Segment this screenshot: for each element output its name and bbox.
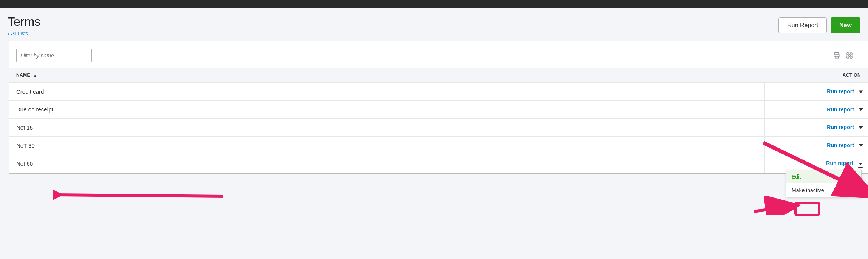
annotation-arrow-icon: [53, 189, 227, 204]
term-name: Net 60: [9, 154, 764, 174]
svg-line-6: [754, 206, 795, 211]
header-actions: Run Report New: [778, 15, 860, 33]
filter-by-name-input[interactable]: [16, 49, 92, 62]
table-row[interactable]: Credit card Run report: [9, 83, 868, 101]
chevron-left-icon: ‹: [8, 31, 9, 36]
svg-point-3: [849, 55, 851, 57]
annotation-highlight-box: [794, 202, 820, 216]
page-title: Terms: [8, 15, 40, 28]
term-name: Credit card: [9, 83, 764, 101]
run-report-link[interactable]: Run report: [827, 106, 854, 113]
breadcrumb: ‹ All Lists: [8, 31, 40, 36]
run-report-link[interactable]: Run report: [826, 160, 853, 166]
svg-rect-2: [835, 56, 838, 58]
filter-row: [9, 49, 868, 68]
annotation-arrow-icon: [752, 196, 801, 215]
action-dropdown-toggle[interactable]: [859, 106, 863, 113]
run-report-link[interactable]: Run report: [827, 88, 854, 94]
column-header-name-label: NAME: [16, 72, 30, 78]
term-name: NeT 30: [9, 136, 764, 154]
action-dropdown-toggle[interactable]: [859, 125, 863, 131]
sort-ascending-icon: ▲: [33, 73, 37, 77]
run-report-button[interactable]: Run Report: [778, 17, 827, 33]
action-dropdown-toggle[interactable]: [859, 89, 863, 95]
table-header-row: NAME ▲ ACTION: [9, 68, 868, 83]
svg-line-4: [57, 195, 223, 196]
column-header-action: ACTION: [764, 68, 868, 83]
term-name: Due on receipt: [9, 100, 764, 119]
new-button[interactable]: New: [831, 17, 860, 33]
dropdown-item-edit[interactable]: Edit: [786, 170, 861, 183]
run-report-link[interactable]: Run report: [827, 142, 854, 148]
header-left: Terms ‹ All Lists: [8, 15, 40, 36]
term-name: Net 15: [9, 119, 764, 137]
table-row[interactable]: Net 60 Run report Edit Make inactive: [9, 154, 868, 174]
action-cell: Run report: [764, 119, 868, 137]
print-icon[interactable]: [832, 51, 841, 60]
toolbar-icons: [832, 51, 861, 60]
terms-table: NAME ▲ ACTION Credit card Run report Due…: [9, 68, 868, 174]
action-cell: Run report: [764, 100, 868, 119]
table-row[interactable]: NeT 30 Run report: [9, 136, 868, 154]
dropdown-item-make-inactive[interactable]: Make inactive: [786, 183, 861, 197]
action-dropdown-menu: Edit Make inactive: [786, 170, 862, 197]
action-dropdown-toggle[interactable]: [859, 142, 863, 149]
gear-icon[interactable]: [845, 51, 854, 60]
action-cell: Run report Edit Make inactive: [764, 154, 868, 174]
table-row[interactable]: Due on receipt Run report: [9, 100, 868, 119]
run-report-link[interactable]: Run report: [827, 124, 854, 130]
action-cell: Run report: [764, 83, 868, 101]
top-bar: [0, 0, 868, 8]
action-cell: Run report: [764, 136, 868, 154]
table-row[interactable]: Net 15 Run report: [9, 119, 868, 137]
breadcrumb-link-all-lists[interactable]: All Lists: [11, 31, 28, 36]
action-dropdown-toggle[interactable]: [858, 160, 863, 168]
column-header-name[interactable]: NAME ▲: [9, 68, 764, 83]
page-header: Terms ‹ All Lists Run Report New: [0, 8, 868, 38]
content-panel: NAME ▲ ACTION Credit card Run report Due…: [9, 41, 868, 174]
